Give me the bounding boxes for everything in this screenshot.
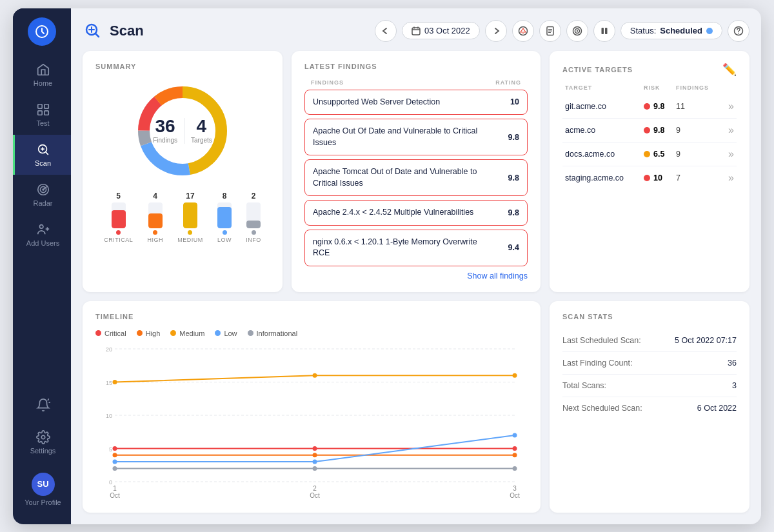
severity-dot — [223, 230, 227, 235]
svg-rect-4 — [44, 110, 48, 114]
svg-rect-21 — [605, 28, 608, 34]
stat-row: Last Scheduled Scan: 5 Oct 2022 07:17 — [562, 330, 737, 352]
legend-dot — [248, 330, 253, 336]
report-icon — [545, 26, 555, 36]
stat-row: Total Scans: 3 — [562, 375, 737, 397]
risk-value: 6.5 — [653, 150, 664, 159]
svg-text:3: 3 — [513, 485, 517, 492]
legend-item: Medium — [170, 330, 204, 337]
prev-button[interactable] — [375, 20, 397, 42]
summary-title: SUMMARY — [95, 63, 270, 70]
severity-bar-wrap — [183, 202, 197, 228]
chevron-right-icon: » — [728, 148, 734, 160]
target-row[interactable]: acme.co 9.8 9 » — [562, 119, 737, 143]
severity-bar — [246, 221, 261, 228]
severity-label: HIGH — [147, 237, 163, 243]
finding-item[interactable]: Apache Tomcat Out of Date and Vulnerable… — [304, 159, 528, 196]
risk-value: 10 — [653, 173, 662, 182]
stat-value: 36 — [728, 359, 737, 368]
svg-rect-13 — [412, 28, 420, 35]
legend-label: Medium — [179, 330, 204, 337]
next-button[interactable] — [485, 20, 507, 42]
finding-text: Apache 2.4.x < 2.4.52 Multiple Vulnerabi… — [313, 207, 500, 219]
finding-item[interactable]: Apache 2.4.x < 2.4.52 Multiple Vulnerabi… — [304, 200, 528, 226]
risk-cell: 9.8 — [644, 102, 676, 111]
svg-rect-20 — [601, 28, 604, 34]
timeline-legend: Critical High Medium Low Informational — [95, 330, 528, 337]
findings-count: 9 — [676, 126, 715, 135]
severity-bar-wrap — [246, 202, 261, 228]
target-row[interactable]: docs.acme.co 6.5 9 » — [562, 143, 737, 166]
donut-divider — [184, 118, 184, 144]
legend-item: Low — [215, 330, 237, 337]
finding-item[interactable]: Apache Out Of Date and Vulnerable to Cri… — [304, 119, 528, 155]
risk-value: 9.8 — [653, 126, 664, 135]
severity-item-critical: 5 CRITICAL — [104, 192, 133, 243]
findings-panel: LATEST FINDINGS FINDINGS RATING Unsuppor… — [292, 51, 541, 292]
show-all-findings[interactable]: Show all findings — [304, 271, 528, 281]
next-icon — [491, 26, 501, 35]
sidebar-item-scan[interactable]: Scan — [13, 135, 71, 175]
legend-label: High — [146, 330, 161, 337]
legend-dot — [215, 330, 221, 336]
sidebar-item-add-users[interactable]: Add Users — [13, 215, 71, 255]
sidebar-item-settings[interactable]: Settings — [13, 422, 71, 462]
legend-dot — [95, 330, 101, 336]
targets-panel: ACTIVE TARGETS ✏️ TARGET RISK FINDINGS g… — [550, 51, 749, 292]
severity-bar — [217, 207, 232, 228]
svg-point-43 — [113, 453, 117, 457]
col-action — [715, 84, 734, 91]
help-button[interactable] — [728, 20, 749, 42]
sidebar-item-profile[interactable]: SU Your Profile — [13, 465, 71, 514]
col-risk: RISK — [644, 84, 676, 91]
legend-label: Low — [224, 330, 237, 337]
target-button[interactable] — [566, 20, 588, 42]
svg-point-54 — [513, 466, 517, 470]
svg-point-23 — [738, 32, 739, 34]
settings-icon — [36, 430, 50, 444]
svg-rect-3 — [37, 110, 41, 114]
status-label: Status: — [630, 26, 656, 35]
svg-point-47 — [313, 373, 317, 377]
alert-button[interactable] — [512, 20, 534, 42]
severity-item-info: 2 INFO — [246, 192, 261, 243]
sidebar-item-label: Test — [36, 119, 49, 127]
target-row[interactable]: staging.acme.co 10 7 » — [562, 166, 737, 190]
sidebar-item-test[interactable]: Test — [13, 95, 71, 135]
severity-bar-wrap — [217, 202, 232, 228]
timeline-title: TIMELINE — [95, 313, 528, 320]
legend-dot — [170, 330, 176, 336]
severity-bar — [148, 213, 163, 228]
svg-point-44 — [313, 453, 317, 457]
finding-item[interactable]: Unsupported Web Server Detection 10 — [304, 90, 528, 115]
target-name: staging.acme.co — [565, 173, 644, 182]
svg-text:5: 5 — [109, 446, 112, 452]
finding-rating: 9.8 — [500, 173, 519, 182]
severity-dot — [252, 230, 256, 235]
pause-button[interactable] — [593, 20, 615, 42]
svg-point-48 — [513, 373, 517, 377]
edit-icon[interactable]: ✏️ — [722, 63, 737, 77]
findings-list: Unsupported Web Server Detection 10 Apac… — [304, 90, 528, 266]
severity-item-low: 8 LOW — [217, 192, 232, 243]
header-controls: 03 Oct 2022 — [375, 20, 749, 42]
svg-text:10: 10 — [106, 413, 112, 419]
sidebar-item-notifications[interactable] — [13, 390, 71, 420]
svg-point-15 — [522, 32, 524, 34]
chevron-right-icon: » — [728, 101, 734, 112]
col-rating-label: RATING — [495, 79, 521, 86]
stat-value: 6 Oct 2022 — [697, 404, 737, 413]
total-targets: 4 — [191, 117, 212, 135]
col-findings: FINDINGS — [676, 84, 715, 91]
risk-cell: 6.5 — [644, 150, 676, 159]
finding-text: Apache Out Of Date and Vulnerable to Cri… — [313, 126, 500, 148]
sidebar-item-home[interactable]: Home — [13, 55, 71, 95]
target-row[interactable]: git.acme.co 9.8 11 » — [562, 95, 737, 119]
sidebar-item-radar[interactable]: Radar — [13, 175, 71, 215]
finding-item[interactable]: nginx 0.6.x < 1.20.1 1-Byte Memory Overw… — [304, 230, 528, 266]
report-button[interactable] — [539, 20, 561, 42]
svg-text:Oct: Oct — [510, 492, 520, 499]
prev-icon — [381, 26, 390, 35]
severity-count: 5 — [116, 192, 121, 201]
date-button[interactable]: 03 Oct 2022 — [402, 22, 480, 39]
